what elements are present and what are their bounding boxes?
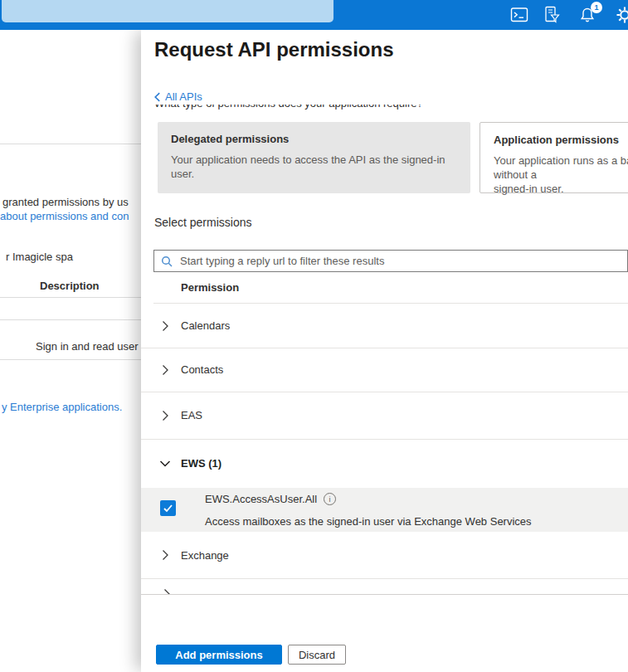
azure-top-bar: 1 <box>0 0 628 30</box>
permission-column-header: Permission <box>181 281 239 294</box>
cloud-shell-icon[interactable] <box>510 6 528 24</box>
bg-enterprise-applications-link[interactable]: y Enterprise applications. <box>2 401 122 413</box>
card-title: Delegated permissions <box>171 133 457 145</box>
group-label: EWS (1) <box>181 457 222 470</box>
search-icon <box>161 256 173 267</box>
add-permissions-button[interactable]: Add permissions <box>156 645 282 665</box>
bg-permissions-consent-link[interactable]: about permissions and con <box>0 210 129 222</box>
partially-visible-row[interactable] <box>160 587 173 594</box>
settings-gear-icon[interactable] <box>616 6 628 24</box>
group-label: EAS <box>181 409 202 421</box>
group-row-ews-expanded[interactable]: EWS (1) <box>141 439 628 488</box>
chevron-right-icon <box>158 363 172 377</box>
card-description-line2: signed-in user. <box>494 182 628 196</box>
divider <box>0 319 141 320</box>
discard-button[interactable]: Discard <box>288 645 346 665</box>
group-row-exchange[interactable]: Exchange <box>141 532 628 579</box>
chevron-right-icon <box>158 319 172 333</box>
divider <box>0 144 141 144</box>
back-to-all-apis-link[interactable]: All APIs <box>153 90 202 103</box>
chevron-right-icon <box>158 409 172 422</box>
delegated-permissions-card[interactable]: Delegated permissions Your application n… <box>158 122 470 193</box>
search-input[interactable] <box>178 254 627 268</box>
page-title: Request API permissions <box>154 38 394 61</box>
checkbox-checked[interactable] <box>160 500 176 516</box>
request-api-permissions-panel: Request API permissions All APIs What ty… <box>141 30 628 672</box>
panel-footer: Add permissions Discard <box>141 594 628 672</box>
global-search-input[interactable] <box>2 0 333 22</box>
notification-badge: 1 <box>591 2 602 13</box>
notifications-bell-icon[interactable]: 1 <box>578 6 596 24</box>
bg-imagicle-text: r Imagicle spa <box>6 251 73 263</box>
bg-description-text: granted permissions by us <box>2 196 129 208</box>
group-row-eas[interactable]: EAS <box>141 392 628 440</box>
directory-filter-icon[interactable] <box>543 6 561 24</box>
permission-name: EWS.AccessAsUser.All <box>205 493 317 505</box>
group-row-contacts[interactable]: Contacts <box>141 348 628 392</box>
info-icon[interactable]: i <box>324 493 336 505</box>
divider <box>0 359 141 360</box>
select-permissions-label: Select permissions <box>154 216 252 229</box>
chevron-down-icon <box>158 457 172 470</box>
permissions-list: Calendars Contacts EAS EWS (1) EWS.Acces… <box>141 303 628 594</box>
card-title: Application permissions <box>494 134 628 146</box>
chevron-left-icon <box>153 92 161 102</box>
application-permissions-card[interactable]: Application permissions Your application… <box>480 122 628 193</box>
chevron-right-icon <box>160 587 173 594</box>
check-icon <box>163 503 173 514</box>
group-row-calendars[interactable]: Calendars <box>141 304 628 348</box>
permissions-filter-searchbox[interactable] <box>153 250 628 272</box>
back-link-label: All APIs <box>165 90 202 103</box>
bg-table-description-header: Description <box>40 280 100 292</box>
divider <box>0 297 141 298</box>
group-label: Contacts <box>181 363 223 376</box>
permission-description: Access mailboxes as the signed-in user v… <box>205 515 532 528</box>
chevron-right-icon <box>158 548 172 562</box>
card-description: Your application needs to access the API… <box>171 153 457 181</box>
group-label: Exchange <box>181 549 229 562</box>
permission-row-ews-accessasuser[interactable]: EWS.AccessAsUser.All i Access mailboxes … <box>141 488 628 532</box>
group-label: Calendars <box>181 319 230 332</box>
bg-table-row-text: Sign in and read user pr <box>36 340 151 353</box>
card-description-line1: Your application runs as a background se… <box>494 153 628 182</box>
permission-type-question-clipped: What type of permissions does your appli… <box>154 105 511 110</box>
